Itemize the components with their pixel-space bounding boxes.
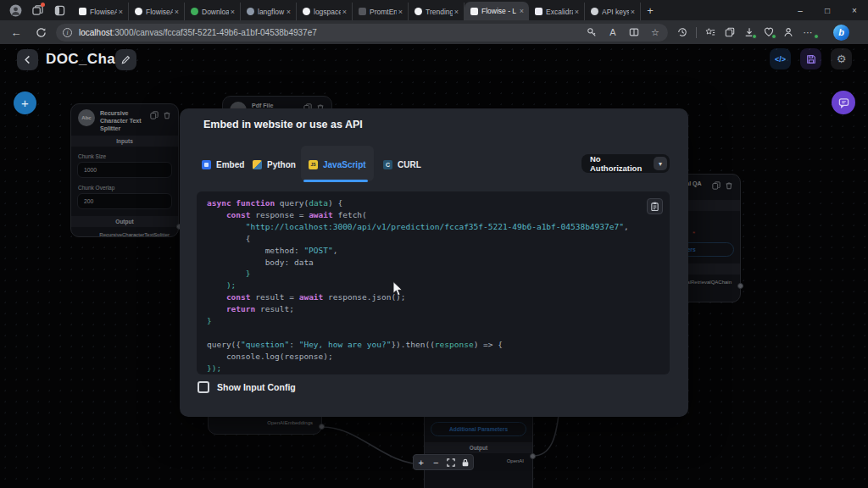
browser-tab-excalidraw[interactable]: Excalidraw× xyxy=(529,3,585,20)
split-screen-icon[interactable] xyxy=(628,26,640,38)
tab-close-button[interactable]: × xyxy=(573,8,581,16)
chat-button[interactable] xyxy=(832,91,855,114)
url-pill-icons: A ☆ xyxy=(586,26,661,38)
code-line: ); xyxy=(207,280,670,291)
settings-more-icon[interactable]: ⋯ xyxy=(802,26,814,38)
flow-title: DOC_Chat xyxy=(46,51,120,68)
mouse-cursor xyxy=(392,281,404,297)
authorization-dropdown[interactable]: No Authorization ▾ xyxy=(581,154,670,173)
tab-favicon xyxy=(303,8,310,15)
password-key-icon[interactable] xyxy=(586,26,598,38)
history-icon[interactable] xyxy=(676,26,688,38)
browser-tab-api-keys[interactable]: API keys -× xyxy=(585,3,641,20)
minimize-button[interactable]: – xyxy=(787,0,814,20)
browser-tab-download[interactable]: Download× xyxy=(185,3,241,20)
python-icon xyxy=(253,160,262,169)
tab-title: API keys - xyxy=(602,8,629,16)
tab-close-button[interactable]: × xyxy=(117,8,125,16)
browser-tab-langflow[interactable]: langflow -× xyxy=(241,3,297,20)
edit-title-button[interactable] xyxy=(115,49,136,70)
tab-close-button[interactable]: × xyxy=(629,8,637,16)
site-info-icon[interactable]: i xyxy=(63,28,72,37)
code-line: const result = await response.json(); xyxy=(207,291,670,303)
flow-canvas[interactable]: PDF Pdf File Abc Recursive Character Tex… xyxy=(0,44,868,488)
browser-tab-logspace[interactable]: logspace-× xyxy=(297,3,353,20)
browser-tab-flowise-l[interactable]: Flowise - L× xyxy=(465,2,529,20)
tab-python[interactable]: Python xyxy=(253,153,296,175)
tab-curl[interactable]: C CURL xyxy=(383,153,421,175)
browser-tab-flowiseai[interactable]: FlowiseAI/× xyxy=(129,3,185,20)
favorites-bar-icon[interactable] xyxy=(704,26,716,38)
tab-close-button[interactable]: × xyxy=(285,8,292,16)
code-line: query({"question": "Hey, how are you?"})… xyxy=(207,339,670,351)
new-tab-button[interactable]: + xyxy=(641,1,659,19)
tab-title: langflow - xyxy=(258,8,285,16)
tab-close-button[interactable]: × xyxy=(518,7,526,15)
collections-icon[interactable] xyxy=(724,26,736,38)
copy-code-button[interactable] xyxy=(647,198,663,214)
save-flow-button[interactable] xyxy=(800,48,821,69)
browser-tab-strip: FlowiseAI×FlowiseAI/×Download×langflow -… xyxy=(0,0,868,20)
browser-window: FlowiseAI×FlowiseAI/×Download×langflow -… xyxy=(0,0,868,488)
dialog-title: Embed in website or use as API xyxy=(203,119,363,130)
tab-title: Trending r xyxy=(426,8,453,16)
tab-actions-icon[interactable] xyxy=(31,3,44,17)
favorites-star-icon[interactable]: ☆ xyxy=(649,26,661,38)
more-status-dot xyxy=(814,34,819,39)
essentials-status-dot xyxy=(771,34,776,39)
tab-embed[interactable]: Embed xyxy=(202,153,244,175)
profile-avatar-icon[interactable] xyxy=(8,3,22,17)
code-line: console.log(response); xyxy=(207,351,670,363)
show-input-config-row: Show Input Config xyxy=(198,381,296,393)
zoom-out-button[interactable]: − xyxy=(429,456,442,469)
show-input-config-checkbox[interactable] xyxy=(198,381,209,393)
workspaces-icon[interactable] xyxy=(53,3,66,17)
url-field[interactable]: i localhost:3000/canvas/fccaf35f-5221-49… xyxy=(56,24,668,42)
curl-icon: C xyxy=(383,160,392,169)
copilot-icon[interactable]: b xyxy=(833,25,849,41)
tab-list: FlowiseAI×FlowiseAI/×Download×langflow -… xyxy=(73,0,641,20)
tab-favicon xyxy=(191,8,198,15)
browser-tab-trending-r[interactable]: Trending r× xyxy=(409,3,465,20)
reload-button[interactable] xyxy=(32,24,49,41)
tab-title: logspace- xyxy=(314,8,341,16)
url-text: localhost:3000/canvas/fccaf35f-5221-49b6… xyxy=(79,28,579,37)
read-aloud-icon[interactable]: A xyxy=(607,26,619,38)
back-to-flows-button[interactable] xyxy=(17,49,38,70)
tab-title: Flowise - L xyxy=(481,7,518,15)
url-path: :3000/canvas/fccaf35f-5221-49b6-a1bf-045… xyxy=(112,28,316,37)
lock-canvas-button[interactable] xyxy=(459,456,472,469)
tab-close-button[interactable]: × xyxy=(173,8,181,16)
active-tab-underline xyxy=(303,180,368,182)
close-button[interactable]: × xyxy=(841,0,868,20)
code-line: } xyxy=(207,268,670,280)
tab-favicon xyxy=(470,8,478,15)
code-line xyxy=(207,327,670,339)
toolbar-icons: ⋯ b xyxy=(676,25,849,41)
tab-close-button[interactable]: × xyxy=(341,8,348,16)
add-node-button[interactable]: + xyxy=(14,92,36,114)
browser-tab-flowiseai[interactable]: FlowiseAI× xyxy=(73,3,129,20)
api-endpoint-button[interactable]: </> xyxy=(770,48,791,69)
profile-icon[interactable] xyxy=(782,26,794,38)
fit-view-button[interactable] xyxy=(444,456,458,469)
show-input-config-label: Show Input Config xyxy=(217,382,296,392)
back-button[interactable]: ← xyxy=(8,24,25,41)
tab-close-button[interactable]: × xyxy=(229,8,236,16)
tab-close-button[interactable]: × xyxy=(453,8,460,16)
window-controls: – □ × xyxy=(787,0,868,20)
code-snippet-block: async function query(data) { const respo… xyxy=(197,191,670,374)
tab-javascript[interactable]: JS JavaScript xyxy=(309,153,366,175)
browser-tab-promtengi[interactable]: PromtEngi× xyxy=(353,3,409,20)
tab-favicon xyxy=(359,8,366,15)
tab-favicon xyxy=(535,8,542,15)
downloads-icon[interactable] xyxy=(743,26,755,38)
maximize-button[interactable]: □ xyxy=(814,0,841,20)
tab-close-button[interactable]: × xyxy=(397,8,404,16)
settings-button[interactable]: ⚙ xyxy=(831,48,852,69)
authorization-value: No Authorization xyxy=(590,154,654,173)
chevron-down-icon: ▾ xyxy=(654,157,667,170)
zoom-in-button[interactable]: + xyxy=(415,456,428,469)
tab-label: JavaScript xyxy=(323,160,366,169)
browser-essentials-icon[interactable] xyxy=(763,26,775,38)
